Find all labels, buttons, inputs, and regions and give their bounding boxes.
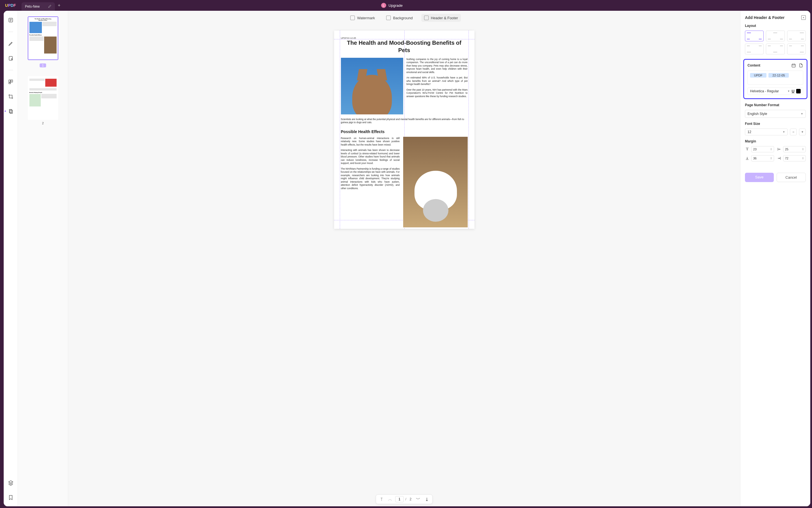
page-image-cat bbox=[341, 58, 403, 114]
reader-tool-icon[interactable] bbox=[8, 17, 14, 23]
thumb-number: 1 bbox=[40, 64, 46, 68]
highlighter-tool-icon[interactable] bbox=[8, 41, 14, 47]
thumbnail-page-1[interactable]: The Health and Mood-BoostingBenefits of … bbox=[28, 16, 58, 60]
app-logo: UPDF bbox=[5, 3, 16, 8]
pencil-icon[interactable] bbox=[48, 4, 51, 9]
avatar: L bbox=[381, 3, 386, 8]
svg-rect-2 bbox=[9, 80, 10, 82]
upgrade-label: Upgrade bbox=[388, 3, 402, 8]
tab-watermark[interactable]: Watermark bbox=[347, 14, 378, 22]
header-text: UPDF22-12-05 bbox=[341, 37, 356, 39]
page-tools-icon[interactable] bbox=[8, 108, 14, 114]
thumbnail-page-2[interactable]: Animals Helping People bbox=[28, 76, 58, 120]
thumbnails-panel: The Health and Mood-BoostingBenefits of … bbox=[18, 11, 68, 254]
organize-tool-icon[interactable] bbox=[8, 79, 14, 85]
tab-background[interactable]: Background bbox=[383, 14, 406, 22]
svg-rect-3 bbox=[11, 80, 12, 82]
svg-rect-4 bbox=[9, 83, 10, 84]
watermark-icon bbox=[350, 15, 355, 20]
edit-tool-icon[interactable] bbox=[8, 55, 14, 61]
thumb-number: 2 bbox=[28, 122, 58, 125]
page-image-pets bbox=[403, 137, 406, 227]
top-tabs: Watermark Background Header & Footer bbox=[68, 11, 406, 25]
document-tab[interactable]: Pets-New bbox=[21, 2, 55, 11]
left-toolbar bbox=[4, 11, 18, 254]
background-icon bbox=[386, 15, 391, 20]
tab-title: Pets-New bbox=[25, 4, 40, 8]
upgrade-button[interactable]: L Upgrade bbox=[381, 3, 402, 8]
section-heading: Possible Health Effects bbox=[341, 129, 406, 134]
crop-tool-icon[interactable] bbox=[8, 93, 14, 100]
new-tab-button[interactable]: + bbox=[58, 3, 60, 8]
page-title: The Health and Mood-Boosting Benefits of… bbox=[341, 39, 406, 54]
document-page: UPDF22-12-05 The Health and Mood-Boostin… bbox=[334, 31, 406, 229]
